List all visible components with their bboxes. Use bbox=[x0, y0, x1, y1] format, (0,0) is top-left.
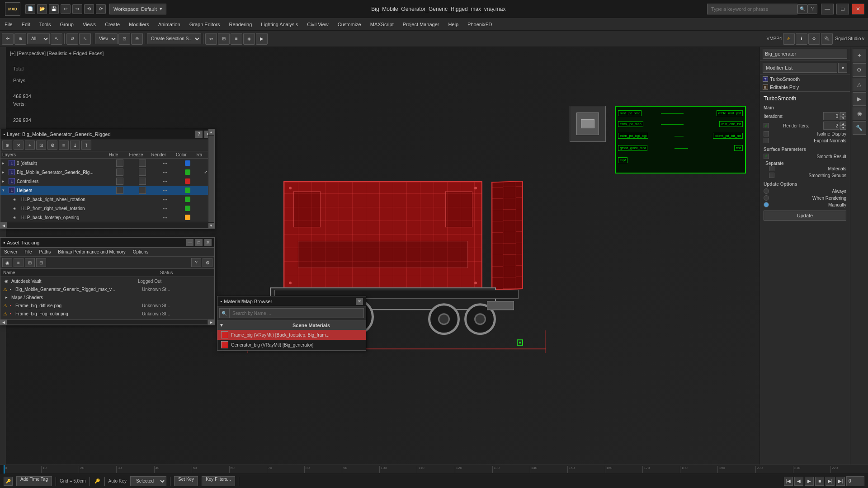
scene-materials-header[interactable]: ▾ Scene Materials bbox=[217, 320, 366, 330]
selection-filter-dropdown[interactable]: All bbox=[27, 33, 50, 44]
material-search-input[interactable] bbox=[229, 308, 364, 318]
menu-item-graph-editors[interactable]: Graph Editors bbox=[185, 20, 225, 29]
layer-settings-btn[interactable]: ⚙ bbox=[47, 141, 57, 150]
object-name-input[interactable] bbox=[763, 49, 847, 59]
asset-row[interactable]: ⚠ ▪ Big_Mobile_Generator_Generic_Rigged_… bbox=[0, 285, 214, 293]
menu-item-help[interactable]: Help bbox=[443, 20, 463, 29]
utilities-icon-btn[interactable]: 🔧 bbox=[853, 121, 866, 135]
layer-row[interactable]: ◈ HLP_back_right_wheel_rotation ▪▪▪ bbox=[0, 195, 214, 204]
stop-btn[interactable]: ■ bbox=[815, 477, 824, 486]
search-input[interactable] bbox=[707, 4, 797, 14]
align-btn[interactable]: ≡ bbox=[231, 33, 242, 45]
menu-item-tools[interactable]: Tools bbox=[35, 20, 56, 29]
layer-list[interactable]: ▸ L 0 (default) ▪▪▪ ▸ L Big_Mobile_Gener… bbox=[0, 159, 214, 222]
asset-paths-menu[interactable]: Paths bbox=[36, 249, 55, 255]
menu-item-group[interactable]: Group bbox=[55, 20, 78, 29]
menu-item-views[interactable]: Views bbox=[78, 20, 100, 29]
new-file-btn[interactable]: 📄 bbox=[25, 4, 35, 14]
motion-icon-btn[interactable]: ▶ bbox=[853, 92, 866, 106]
layer-options-btn[interactable]: ≡ bbox=[59, 141, 69, 150]
menu-item-maxscript[interactable]: MAXScript bbox=[366, 20, 398, 29]
array-btn[interactable]: ⊞ bbox=[218, 33, 230, 45]
create-selection-dropdown[interactable]: Create Selection S... bbox=[147, 33, 201, 44]
menu-item-lighting-analysis[interactable]: Lighting Analysis bbox=[256, 20, 302, 29]
search-btn[interactable]: 🔍 bbox=[797, 4, 807, 14]
select-btn[interactable]: ✛ bbox=[2, 33, 14, 45]
materials-checkbox[interactable] bbox=[769, 166, 774, 171]
menu-item-edit[interactable]: Edit bbox=[17, 20, 35, 29]
key-filters-btn[interactable]: Key Filters... bbox=[202, 476, 235, 486]
undo-scene-btn[interactable]: ⟲ bbox=[84, 4, 94, 14]
asset-file-menu[interactable]: File bbox=[21, 249, 35, 255]
asset-settings-btn[interactable]: ⚙ bbox=[203, 258, 212, 267]
save-btn[interactable]: 💾 bbox=[49, 4, 59, 14]
asset-row[interactable]: ⚠ ▪ Frame_big_diffuse.png Unknown St... bbox=[0, 301, 214, 310]
minimize-btn[interactable]: — bbox=[821, 4, 834, 14]
undo-btn[interactable]: ↩ bbox=[61, 4, 71, 14]
iterations-down[interactable]: ▼ bbox=[840, 116, 846, 120]
next-frame-btn[interactable]: ▶| bbox=[826, 477, 835, 486]
asset-icon3[interactable]: ⊞ bbox=[25, 258, 35, 267]
warning-btn[interactable]: ⚠ bbox=[783, 33, 795, 45]
asset-close-btn[interactable]: ✕ bbox=[204, 239, 212, 246]
asset-restore-btn[interactable]: □ bbox=[195, 239, 203, 246]
modifier-list-btn[interactable]: Modifier List bbox=[763, 63, 837, 73]
snap-btn[interactable]: ⊡ bbox=[118, 33, 130, 45]
select-layer-btn[interactable]: ⊡ bbox=[36, 141, 46, 150]
always-radio[interactable] bbox=[764, 188, 769, 194]
layer-row[interactable]: ▸ L Controllers ▪▪▪ bbox=[0, 177, 214, 186]
modify-icon-btn[interactable]: ⚙ bbox=[853, 63, 866, 77]
render-btn[interactable]: ▶ bbox=[256, 33, 268, 45]
key-mode-btn[interactable]: 🔑 bbox=[4, 477, 13, 486]
redo-btn[interactable]: ↪ bbox=[72, 4, 82, 14]
goto-start-btn[interactable]: |◀ bbox=[784, 477, 793, 486]
smoothing-groups-checkbox[interactable] bbox=[769, 173, 774, 178]
select-object-btn[interactable]: ↖ bbox=[51, 33, 62, 45]
render-iters-down[interactable]: ▼ bbox=[840, 126, 846, 130]
iterations-up[interactable]: ▲ bbox=[840, 112, 846, 116]
goto-end-btn[interactable]: ▶| bbox=[836, 477, 845, 486]
plugin-btn[interactable]: 🔌 bbox=[821, 33, 833, 45]
asset-server-menu[interactable]: Server bbox=[0, 249, 21, 255]
menu-item-create[interactable]: Create bbox=[100, 20, 124, 29]
timeline-playhead[interactable] bbox=[4, 465, 5, 474]
settings-btn[interactable]: ⚙ bbox=[808, 33, 820, 45]
layer-manager-help-btn[interactable]: ? bbox=[195, 131, 203, 138]
manually-radio[interactable] bbox=[764, 202, 769, 207]
explicit-normals-checkbox[interactable] bbox=[764, 138, 769, 143]
asset-icon1[interactable]: ◉ bbox=[2, 258, 12, 267]
asset-icon2[interactable]: ≡ bbox=[14, 258, 24, 267]
menu-item-phoenixfd[interactable]: PhoenixFD bbox=[463, 20, 496, 29]
smooth-result-checkbox[interactable] bbox=[764, 154, 769, 159]
asset-minimize-btn[interactable]: — bbox=[186, 239, 193, 246]
mirror-btn[interactable]: ⇔ bbox=[205, 33, 217, 45]
delete-layer-btn[interactable]: ✕ bbox=[14, 141, 24, 150]
scale-btn[interactable]: ⤡ bbox=[79, 33, 91, 45]
when-rendering-radio[interactable] bbox=[764, 195, 769, 201]
asset-help-btn[interactable]: ? bbox=[191, 258, 201, 267]
help-btn[interactable]: ? bbox=[807, 4, 817, 14]
editablepoly-modifier[interactable]: E Editable Poly bbox=[760, 83, 850, 91]
create-icon-btn[interactable]: ✦ bbox=[853, 49, 866, 62]
asset-row[interactable]: ⚠ ▪ Frame_big_Fog_color.png Unknown St..… bbox=[0, 310, 214, 318]
add-time-tag-btn[interactable]: Add Time Tag bbox=[16, 476, 52, 486]
view-dropdown[interactable]: View bbox=[95, 33, 118, 44]
menu-item-project-manager[interactable]: Project Manager bbox=[398, 20, 444, 29]
set-key-btn[interactable]: Set Key bbox=[174, 476, 198, 486]
layer-row[interactable]: ◈ HLP_back_footstep_opening ▪▪▪ bbox=[0, 213, 214, 222]
layer-row[interactable]: ▸ L 0 (default) ▪▪▪ bbox=[0, 159, 214, 168]
material-item[interactable]: Generator_big (VRayMtl) [Big_generator] bbox=[217, 340, 366, 350]
menu-item-modifiers[interactable]: Modifiers bbox=[124, 20, 154, 29]
asset-bitmap-menu[interactable]: Bitmap Performance and Memory bbox=[54, 249, 129, 255]
asset-icon4[interactable]: ⊟ bbox=[36, 258, 46, 267]
add-to-layer-btn[interactable]: + bbox=[25, 141, 35, 150]
material-browser-close-btn[interactable]: ✕ bbox=[356, 298, 363, 305]
prev-frame-btn[interactable]: ◀ bbox=[794, 477, 803, 486]
menu-item-rendering[interactable]: Rendering bbox=[225, 20, 257, 29]
layer-collapse-btn[interactable]: ⤒ bbox=[81, 141, 91, 150]
render-iters-checkbox[interactable] bbox=[764, 123, 769, 128]
layer-expand-btn[interactable]: ⤓ bbox=[70, 141, 80, 150]
isoline-checkbox[interactable] bbox=[764, 131, 769, 136]
asset-row[interactable]: ▸ Maps / Shaders bbox=[0, 293, 214, 301]
menu-item-file[interactable]: File bbox=[0, 20, 17, 29]
